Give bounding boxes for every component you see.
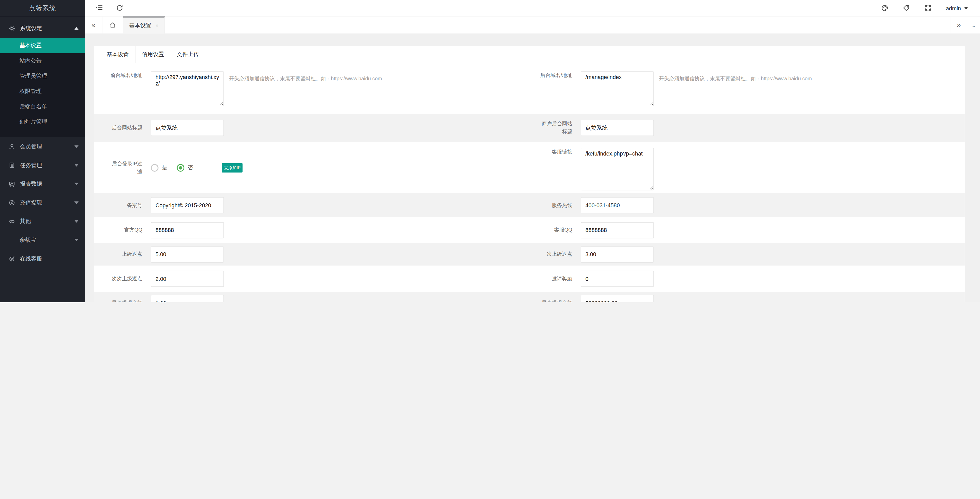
chevron-down-icon	[75, 220, 79, 223]
invite-reward-input[interactable]	[581, 271, 654, 287]
form-row: 次次上级返点 邀请奖励	[94, 265, 965, 292]
field-label: 前台域名/地址	[94, 71, 148, 79]
sidebar-item-permission-management[interactable]: 权限管理	[0, 84, 85, 99]
field-label: 官方QQ	[94, 226, 148, 234]
close-icon[interactable]: ×	[156, 22, 159, 28]
chevron-down-icon	[75, 201, 79, 204]
content-area: 基本设置 信用设置 文件上传 前台域名/地址 http://297.yanshi…	[85, 34, 980, 302]
refresh-icon[interactable]	[116, 5, 124, 12]
page-tabbar: « 基本设置 × » ⌄	[85, 16, 980, 34]
field-hint: 开头必须加通信协议，末尾不要留斜杠。如：https://www.baidu.co…	[229, 75, 382, 82]
tasks-icon	[8, 162, 15, 169]
tabs-scroll-right-button[interactable]: »	[950, 16, 967, 33]
home-tab[interactable]	[102, 16, 123, 33]
sidebar-item-site-announcement[interactable]: 站内公告	[0, 53, 85, 68]
official-qq-input[interactable]	[151, 222, 224, 238]
sidebar-item-label: 任务管理	[20, 161, 42, 169]
form-row: 后台登录IP过滤 是 否 去添加IP 客服链接 /kefu/inde	[94, 142, 965, 193]
username: admin	[946, 5, 961, 11]
add-ip-button[interactable]: 去添加IP	[222, 163, 243, 172]
sidebar-item-backend-whitelist[interactable]: 后端白名单	[0, 99, 85, 114]
field-hint: 开头必须加通信协议，末尾不要留斜杠。如：https://www.baidu.co…	[659, 75, 812, 82]
sidebar-item-recharge-withdraw[interactable]: 充值提现	[0, 193, 85, 212]
field-label: 邀请奖励	[524, 275, 578, 283]
tab-credit-settings[interactable]: 信用设置	[135, 46, 170, 63]
field-label: 客服链接	[524, 148, 578, 156]
tab-basic-settings[interactable]: 基本设置	[100, 46, 136, 63]
palette-icon[interactable]	[881, 5, 889, 12]
great-grandparent-rebate-input[interactable]	[151, 271, 224, 287]
grandparent-rebate-input[interactable]	[581, 246, 654, 262]
sidebar-item-label: 其他	[20, 218, 31, 225]
field-label: 后台登录IP过滤	[94, 159, 148, 176]
home-icon	[109, 22, 116, 28]
basic-settings-form: 前台域名/地址 http://297.yanshiyanshi.xyz/ 开头必…	[94, 63, 965, 302]
sidebar-item-task-management[interactable]: 任务管理	[0, 156, 85, 175]
tabs-menu-button[interactable]: ⌄	[967, 16, 980, 33]
tab-file-upload[interactable]: 文件上传	[170, 46, 205, 63]
radio-label[interactable]: 否	[188, 164, 193, 172]
chevron-down-icon	[75, 183, 79, 185]
front-domain-textarea[interactable]: http://297.yanshiyanshi.xyz/	[151, 71, 224, 106]
sidebar-item-other[interactable]: 其他	[0, 212, 85, 231]
sidebar-item-label: 余额宝	[19, 236, 36, 244]
form-row: 官方QQ 客服QQ	[94, 217, 965, 243]
form-row: 备案号 服务热线	[94, 193, 965, 217]
radio-label[interactable]: 是	[162, 164, 167, 172]
tag-icon[interactable]	[902, 5, 910, 12]
system-settings-submenu: 基本设置 站内公告 管理员管理 权限管理 后端白名单 幻灯片管理	[0, 38, 85, 137]
sidebar-item-report-data[interactable]: 报表数据	[0, 175, 85, 193]
field-label: 后台域名/地址	[524, 71, 578, 79]
chart-icon	[8, 180, 15, 187]
money-icon	[8, 199, 15, 206]
min-withdraw-input[interactable]	[151, 295, 224, 302]
backend-domain-textarea[interactable]: /manage/index	[581, 71, 654, 106]
user-icon	[8, 143, 15, 150]
chevron-down-icon	[75, 164, 79, 167]
collapse-sidebar-icon[interactable]	[95, 5, 103, 12]
tabs-scroll-left-button[interactable]: «	[85, 16, 102, 33]
field-label: 客服QQ	[524, 226, 578, 234]
ip-filter-radio-group: 是 否 去添加IP	[151, 163, 243, 172]
tab-basic-settings[interactable]: 基本设置 ×	[123, 16, 165, 33]
sidebar-item-system-settings[interactable]: 系统设定	[0, 19, 85, 38]
user-menu[interactable]: admin	[946, 5, 969, 11]
service-qq-input[interactable]	[581, 222, 654, 238]
radio-no[interactable]	[177, 164, 185, 172]
field-label: 备案号	[94, 201, 148, 209]
radio-yes[interactable]	[151, 164, 159, 172]
sidebar-item-slideshow-management[interactable]: 幻灯片管理	[0, 114, 85, 129]
fullscreen-icon[interactable]	[924, 5, 932, 12]
form-row: 后台网站标题 商户后台网站标题	[94, 114, 965, 142]
icp-number-input[interactable]	[151, 197, 224, 214]
parent-rebate-input[interactable]	[151, 246, 224, 262]
sidebar-item-yuebao[interactable]: 余额宝	[0, 231, 85, 250]
sidebar-menu: 系统设定 基本设置 站内公告 管理员管理 权限管理 后端白名单 幻灯片管理 会员…	[0, 16, 85, 268]
sidebar-item-label: 会员管理	[20, 143, 42, 151]
sidebar-item-label: 充值提现	[20, 199, 42, 207]
backend-site-title-input[interactable]	[151, 120, 224, 136]
service-icon	[8, 255, 15, 262]
merchant-site-title-input[interactable]	[581, 120, 654, 136]
chevron-down-icon	[964, 7, 969, 9]
admin-app: 点赞系统 系统设定 基本设置 站内公告 管理员管理 权限管理 后端白名单 幻灯片…	[0, 0, 980, 302]
chevron-down-icon	[75, 239, 79, 241]
tab-label: 基本设置	[129, 22, 151, 29]
sidebar-item-admin-management[interactable]: 管理员管理	[0, 69, 85, 84]
sidebar-item-label: 在线客服	[20, 255, 42, 263]
max-withdraw-input[interactable]	[581, 295, 654, 302]
sidebar-item-basic-settings[interactable]: 基本设置	[0, 38, 85, 53]
form-row: 最低提现金额 最高提现金额	[94, 292, 965, 302]
settings-tabs: 基本设置 信用设置 文件上传	[94, 46, 965, 63]
service-hotline-input[interactable]	[581, 197, 654, 214]
main-area: admin « 基本设置 × » ⌄ 基本设置 信用	[85, 0, 980, 302]
form-row: 前台域名/地址 http://297.yanshiyanshi.xyz/ 开头必…	[94, 67, 965, 114]
settings-card: 基本设置 信用设置 文件上传 前台域名/地址 http://297.yanshi…	[94, 46, 965, 302]
sidebar-item-online-service[interactable]: 在线客服	[0, 250, 85, 268]
chevron-down-icon	[75, 145, 79, 148]
sidebar-item-label: 系统设定	[20, 25, 42, 32]
sidebar-item-member-management[interactable]: 会员管理	[0, 137, 85, 156]
service-link-textarea[interactable]: /kefu/index.php?p=chat	[581, 148, 654, 190]
app-logo: 点赞系统	[0, 0, 85, 16]
field-label: 次上级返点	[524, 250, 578, 258]
